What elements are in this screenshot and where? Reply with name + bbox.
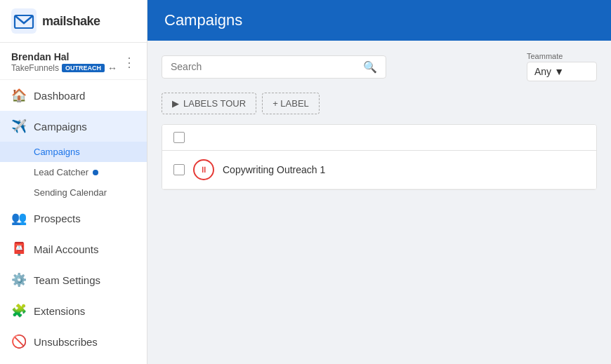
add-label-label: + LABEL	[272, 98, 309, 109]
table-header-row	[162, 125, 596, 151]
sidebar-item-mail-accounts[interactable]: 📮 Mail Accounts	[0, 234, 147, 264]
unsubscribes-icon: 🚫	[11, 334, 27, 349]
sidebar-item-dashboard[interactable]: 🏠 Dashboard	[0, 80, 147, 111]
sidebar-item-team-settings[interactable]: ⚙️ Team Settings	[0, 264, 147, 295]
main-content-area: Campaigns 🔍 Teammate Any ▼ ▶ LABELS TOUR	[147, 0, 611, 364]
search-input[interactable]	[171, 61, 363, 72]
sub-nav-lead-catcher-label: Lead Catcher	[34, 167, 88, 177]
sidebar-item-label: Unsubscribes	[34, 336, 98, 348]
add-label-button[interactable]: + LABEL	[262, 93, 320, 114]
more-menu-icon[interactable]: ⋮	[123, 55, 136, 70]
campaigns-sub-nav: Campaigns Lead Catcher Sending Calendar	[0, 142, 147, 203]
outreach-badge: OUTREACH	[62, 64, 105, 72]
campaign-name[interactable]: Copywriting Outreach 1	[223, 164, 585, 175]
sub-nav-lead-catcher[interactable]: Lead Catcher	[0, 162, 147, 182]
main-body: 🔍 Teammate Any ▼ ▶ LABELS TOUR + LABEL	[147, 41, 611, 364]
play-icon: ▶	[172, 98, 179, 109]
campaigns-table: ⏸ Copywriting Outreach 1	[162, 124, 597, 190]
org-name: TakeFunnels	[11, 63, 59, 73]
logo-text: mailshake	[42, 14, 100, 29]
sub-nav-campaigns-label: Campaigns	[34, 147, 80, 157]
pause-glyph: ⏸	[199, 165, 208, 175]
campaigns-icon: ✈️	[11, 119, 27, 134]
sidebar-header: mailshake	[0, 0, 147, 43]
user-name: Brendan Hal	[11, 51, 117, 62]
sidebar-item-label: Team Settings	[34, 274, 100, 286]
teammate-select[interactable]: Any ▼	[527, 62, 597, 81]
sidebar-item-unsubscribes[interactable]: 🚫 Unsubscribes	[0, 326, 147, 357]
search-icon[interactable]: 🔍	[363, 60, 377, 74]
sidebar-item-prospects[interactable]: 👥 Prospects	[0, 203, 147, 234]
sidebar-item-campaigns[interactable]: ✈️ Campaigns	[0, 111, 147, 142]
search-area: 🔍	[162, 55, 386, 79]
user-info: Brendan Hal TakeFunnels OUTREACH ↔	[11, 51, 117, 74]
teammate-label: Teammate	[527, 52, 563, 60]
labels-bar: ▶ LABELS TOUR + LABEL	[162, 93, 597, 114]
page-title: Campaigns	[164, 11, 242, 29]
dashboard-icon: 🏠	[11, 88, 27, 103]
toolbar: 🔍 Teammate Any ▼	[162, 52, 597, 81]
mailshake-logo-icon	[11, 8, 37, 34]
extensions-icon: 🧩	[11, 303, 27, 318]
user-org: TakeFunnels OUTREACH ↔	[11, 62, 117, 74]
select-all-checkbox[interactable]	[173, 132, 185, 143]
mail-accounts-icon: 📮	[11, 241, 27, 257]
row-checkbox[interactable]	[173, 164, 185, 175]
sidebar-item-label: Campaigns	[34, 121, 87, 133]
sub-nav-sending-calendar-label: Sending Calendar	[34, 187, 107, 198]
teammate-section: Teammate Any ▼	[527, 52, 597, 81]
switch-icon[interactable]: ↔	[107, 62, 117, 74]
main-header: Campaigns	[147, 0, 611, 41]
nav-section: 🏠 Dashboard ✈️ Campaigns Campaigns Lead …	[0, 80, 147, 364]
sidebar-item-label: Mail Accounts	[34, 243, 99, 255]
lead-catcher-dot	[93, 170, 98, 175]
labels-tour-button[interactable]: ▶ LABELS TOUR	[162, 93, 256, 114]
team-settings-icon: ⚙️	[11, 272, 27, 288]
table-row: ⏸ Copywriting Outreach 1	[162, 151, 596, 189]
teammate-value: Any	[534, 66, 551, 77]
sidebar-item-label: Prospects	[34, 213, 81, 224]
sidebar-item-extensions[interactable]: 🧩 Extensions	[0, 295, 147, 326]
user-section: Brendan Hal TakeFunnels OUTREACH ↔ ⋮	[0, 43, 147, 80]
sub-nav-sending-calendar[interactable]: Sending Calendar	[0, 182, 147, 203]
sub-nav-campaigns[interactable]: Campaigns	[0, 142, 147, 162]
labels-tour-label: LABELS TOUR	[183, 98, 246, 109]
sidebar-item-label: Extensions	[34, 305, 85, 317]
sidebar-item-label: Dashboard	[34, 90, 85, 102]
pause-status-icon[interactable]: ⏸	[193, 159, 214, 180]
prospects-icon: 👥	[11, 210, 27, 226]
chevron-down-icon: ▼	[554, 66, 564, 77]
sidebar: mailshake Brendan Hal TakeFunnels OUTREA…	[0, 0, 147, 364]
